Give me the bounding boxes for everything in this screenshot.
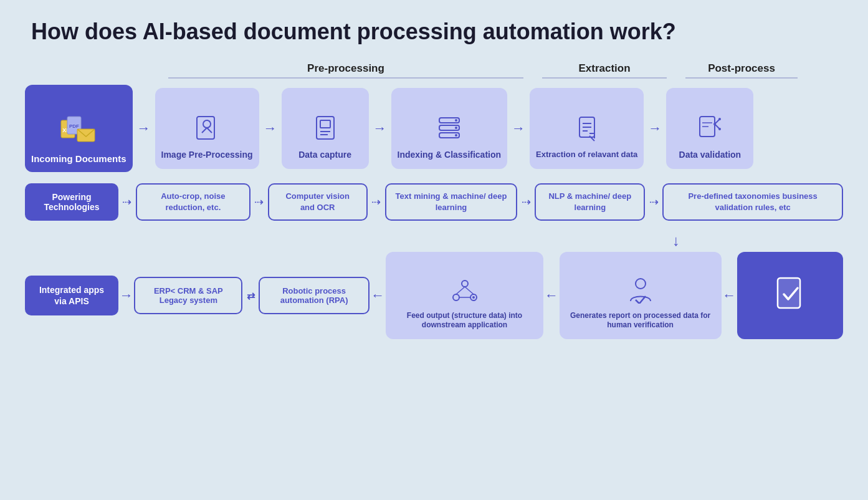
down-arrow: ↓ [672, 233, 680, 248]
tech-box-5: Pre-defined taxonomies business validati… [662, 183, 843, 221]
data-validation-label: Data validation [679, 149, 742, 160]
integrated-apps-label: Integrated apps via APIS [32, 284, 111, 307]
svg-point-26 [713, 123, 716, 125]
svg-text:PDF: PDF [69, 123, 79, 129]
data-capture-box: Data capture [282, 88, 369, 169]
tech-label-4: NLP & machine/ deep learning [545, 191, 635, 213]
tech-box-2: Computer vision and OCR [268, 183, 368, 221]
integrated-row: Integrated apps via APIS → ERP< CRM & SA… [25, 252, 843, 339]
indexing-icon [436, 114, 463, 142]
tech-box-1: Auto-crop, noise reduction, etc. [136, 183, 250, 221]
double-arrow: ⇄ [242, 290, 258, 302]
svg-point-27 [718, 118, 721, 120]
postprocess-header: Post-process [708, 62, 775, 75]
image-preprocessing-box: Image Pre-Processing [155, 88, 259, 169]
page: How does AI-based document processing au… [0, 0, 868, 500]
svg-point-28 [718, 128, 721, 130]
svg-point-30 [453, 294, 459, 300]
feed-output-icon [450, 279, 480, 304]
integrated-apps-box: Integrated apps via APIS [25, 276, 118, 315]
preprocessing-header: Pre-processing [307, 62, 384, 75]
incoming-documents-label: Incoming Documents [31, 153, 126, 165]
arrow-3: → [369, 120, 391, 137]
generates-report-box: Generates report on processed data for h… [560, 252, 722, 339]
tech-label-1: Auto-crop, noise reduction, etc. [146, 191, 241, 213]
rpa-box: Robotic process automation (RPA) [259, 277, 370, 314]
svg-point-35 [472, 296, 475, 299]
tech-box-4: NLP & machine/ deep learning [535, 183, 645, 221]
rpa-label: Robotic process automation (RPA) [267, 286, 361, 305]
erp-label: ERP< CRM & SAP Legacy system [143, 286, 234, 305]
extraction-header: Extraction [578, 62, 630, 75]
feed-output-box: Feed output (structure data) into downst… [386, 252, 543, 339]
main-flow-row: XLS PDF Incoming Documents → [25, 85, 843, 172]
svg-rect-37 [778, 278, 800, 308]
indexing-classification-box: Indexing & Classification [391, 88, 507, 169]
dashed-arrow-3: ⇢ [368, 195, 385, 209]
validated-doc-box [737, 252, 843, 339]
generates-report-label: Generates report on processed data for h… [567, 311, 714, 330]
tech-label-2: Computer vision and OCR [278, 191, 358, 213]
svg-point-29 [462, 281, 468, 287]
dashed-arrow-4: ⇢ [517, 195, 535, 209]
svg-line-32 [456, 287, 465, 294]
dashed-arrow-1: ⇢ [118, 195, 136, 209]
arrow-2: → [259, 120, 282, 137]
feed-output-label: Feed output (structure data) into downst… [393, 311, 536, 330]
data-capture-label: Data capture [298, 149, 351, 160]
svg-point-16 [455, 134, 457, 137]
incoming-docs-icon: XLS PDF [60, 115, 97, 145]
incoming-documents-box: XLS PDF Incoming Documents [25, 85, 133, 172]
dashed-arrow-5: ⇢ [645, 195, 662, 209]
powering-tech-box: Powering Technologies [25, 183, 118, 221]
svg-point-15 [455, 127, 457, 129]
extraction-icon [573, 115, 601, 142]
image-preprocessing-label: Image Pre-Processing [161, 149, 253, 160]
indexing-classification-label: Indexing & Classification [398, 149, 501, 160]
arrow-5: → [644, 120, 666, 137]
powering-tech-label: Powering Technologies [32, 192, 111, 212]
erp-box: ERP< CRM & SAP Legacy system [134, 277, 242, 314]
image-preprocessing-icon [193, 114, 221, 142]
tech-label-5: Pre-defined taxonomies business validati… [672, 191, 833, 213]
data-capture-icon [312, 114, 339, 142]
dashed-arrow-2: ⇢ [250, 195, 268, 209]
extraction-relevant-label: Extraction of relavant data [536, 150, 637, 160]
page-title: How does AI-based document processing au… [25, 19, 843, 45]
tech-box-3: Text mining & machine/ deep learning [385, 183, 518, 221]
data-validation-icon [696, 114, 723, 142]
svg-line-33 [465, 287, 474, 294]
arrow-4: → [507, 120, 530, 137]
generates-report-icon [626, 276, 656, 304]
tech-row: Powering Technologies ⇢ Auto-crop, noise… [25, 183, 843, 221]
extraction-relevant-box: Extraction of relavant data [530, 88, 644, 169]
arrow-1: → [133, 120, 155, 137]
arrow-b2: ← [370, 287, 385, 304]
svg-point-14 [455, 119, 457, 122]
validated-doc-icon [773, 276, 808, 313]
data-validation-box: Data validation [666, 88, 753, 169]
arrow-b4: ← [722, 287, 737, 304]
svg-point-36 [636, 279, 646, 289]
arrow-b3: ← [543, 287, 559, 304]
arrow-b1: → [118, 287, 134, 304]
tech-label-3: Text mining & machine/ deep learning [395, 191, 508, 213]
